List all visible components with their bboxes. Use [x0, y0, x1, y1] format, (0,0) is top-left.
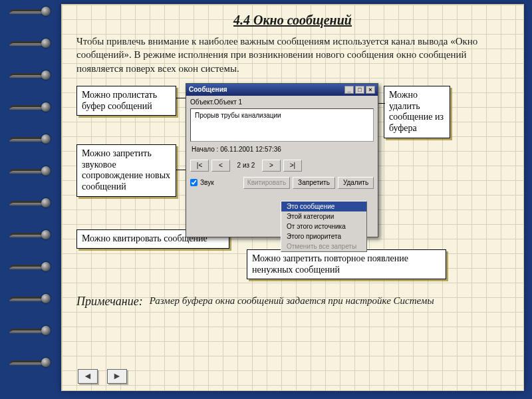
sound-checkbox[interactable]: Звук [190, 179, 214, 186]
next-slide-button[interactable]: ► [107, 369, 127, 384]
ban-dropdown-menu: Это сообщение Этой категории От этого ис… [281, 201, 367, 252]
nav-first-button[interactable]: |< [190, 160, 209, 172]
dialog-title: Сообщения [189, 86, 227, 93]
ack-button[interactable]: Квитировать [243, 177, 290, 189]
page-title: 4.4 Окно сообщений [76, 13, 509, 28]
menu-this-message[interactable]: Это сообщение [281, 201, 366, 211]
action-row: Звук Квитировать Запретить Удалить [186, 174, 378, 192]
minimize-button[interactable]: _ [344, 86, 354, 94]
object-label: Объект.Объект 1 [186, 96, 378, 107]
diagram-stage: Можно пролистать буфер сообщений Можно з… [76, 83, 509, 289]
ban-button[interactable]: Запретить [293, 177, 335, 189]
messages-dialog: Сообщения _ □ × Объект.Объект 1 Прорыв т… [186, 83, 378, 237]
callout-disable-sound: Можно запретить звуковое сопровождение н… [76, 144, 176, 197]
dialog-titlebar: Сообщения _ □ × [186, 84, 378, 96]
slide-nav: ◄ ► [78, 369, 127, 384]
intro-paragraph: Чтобы привлечь внимание к наиболее важны… [76, 35, 509, 75]
callout-delete: Можно удалить сообщение из буфера [384, 86, 450, 138]
note-row: Примечание: Размер буфера окна сообщений… [76, 295, 509, 309]
menu-this-priority[interactable]: Этого приоритета [281, 231, 366, 241]
nav-prev-button[interactable]: < [211, 160, 230, 172]
sound-checkbox-input[interactable] [190, 179, 198, 186]
note-text: Размер буфера окна сообщений задается пр… [150, 295, 434, 307]
nav-row: |< < 2 из 2 > >| [186, 157, 378, 174]
note-label: Примечание: [76, 295, 143, 309]
prev-slide-button[interactable]: ◄ [78, 369, 98, 384]
nav-last-button[interactable]: >| [283, 160, 302, 172]
close-button[interactable]: × [366, 86, 375, 94]
maximize-button[interactable]: □ [355, 86, 364, 94]
page: 4.4 Окно сообщений Чтобы привлечь вниман… [61, 4, 524, 391]
menu-cancel-all: Отменить все запреты [281, 241, 366, 251]
menu-this-source[interactable]: От этого источника [281, 221, 366, 231]
menu-this-category[interactable]: Этой категории [281, 211, 366, 221]
message-panel: Прорыв трубы канализации [190, 108, 374, 142]
timestamp: Начало : 06.11.2001 12:57:36 [192, 146, 372, 153]
spiral-binding [0, 0, 60, 399]
delete-button[interactable]: Удалить [338, 177, 374, 189]
callout-ban-repeat: Можно запретить повторное появление нену… [247, 249, 446, 280]
nav-next-button[interactable]: > [262, 160, 281, 172]
message-text: Прорыв трубы канализации [195, 112, 281, 119]
page-counter: 2 из 2 [233, 162, 259, 169]
callout-scroll-buffer: Можно пролистать буфер сообщений [76, 86, 176, 116]
